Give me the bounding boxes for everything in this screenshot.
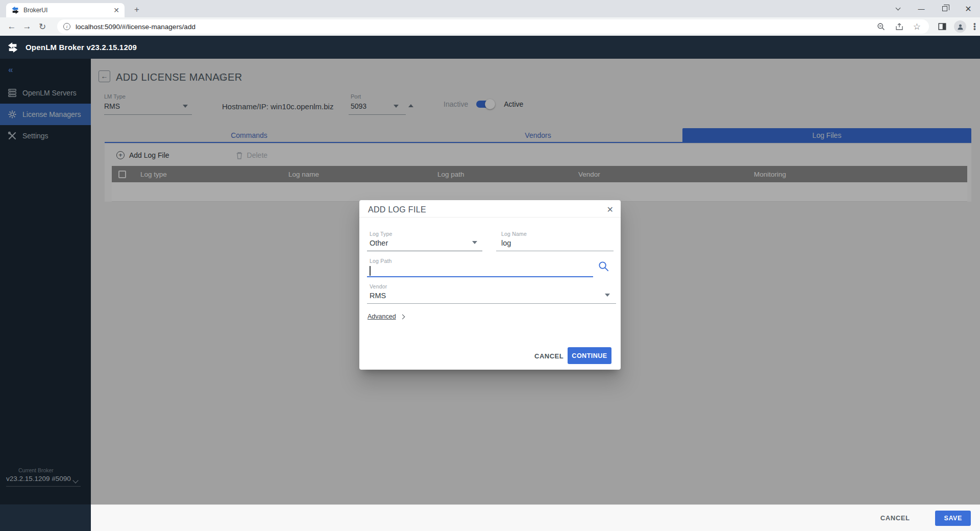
profile-avatar[interactable] — [954, 20, 966, 33]
window-menu-chevron-icon[interactable] — [886, 0, 910, 17]
chevron-right-icon — [400, 314, 405, 319]
page-save-button[interactable]: SAVE — [935, 511, 971, 526]
app-header: OpenLM Broker v23.2.15.1209 — [0, 36, 980, 59]
tab-close-icon[interactable]: ✕ — [113, 7, 119, 14]
log-name-label: Log Name — [496, 231, 614, 237]
log-name-field[interactable]: Log Name log — [496, 231, 614, 251]
browser-menu-icon[interactable]: ••• — [973, 23, 976, 31]
dialog-title: ADD LOG FILE — [368, 205, 426, 214]
log-type-value: Other — [367, 239, 482, 247]
vendor-label: Vendor — [367, 283, 616, 289]
window-close-button[interactable]: ✕ — [957, 0, 980, 17]
advanced-label: Advanced — [368, 313, 396, 320]
log-type-field[interactable]: Log Type Other — [367, 231, 482, 251]
vendor-value: RMS — [367, 292, 616, 300]
browser-tab[interactable]: BrokerUI ✕ — [6, 3, 125, 17]
zoom-out-icon[interactable] — [877, 22, 886, 31]
field-underline — [367, 303, 616, 304]
chevron-down-icon[interactable] — [605, 294, 610, 297]
page-action-bar: CANCEL SAVE — [91, 504, 980, 531]
divider — [359, 217, 621, 218]
log-path-label: Log Path — [367, 258, 593, 264]
tab-title: BrokerUI — [23, 7, 113, 14]
reload-icon[interactable]: ↻ — [35, 21, 50, 32]
window-controls: — ✕ — [886, 0, 980, 17]
site-info-icon[interactable]: i — [63, 23, 70, 30]
log-type-label: Log Type — [367, 231, 482, 237]
browser-tabstrip: BrokerUI ✕ + — ✕ — [0, 0, 980, 17]
back-icon[interactable]: ← — [4, 21, 19, 32]
url-text: localhost:5090/#/license-managers/add — [76, 23, 877, 31]
log-path-field[interactable]: Log Path — [367, 258, 593, 277]
field-underline — [496, 251, 614, 251]
person-icon — [957, 23, 964, 31]
chevron-down-icon[interactable] — [472, 241, 477, 244]
forward-icon[interactable]: → — [19, 21, 35, 32]
side-panel-icon[interactable] — [938, 22, 947, 31]
share-icon[interactable] — [895, 22, 904, 31]
openlm-logo-icon — [7, 42, 18, 53]
add-log-file-dialog: ADD LOG FILE ✕ Log Type Other Log Name l… — [359, 200, 621, 370]
advanced-link[interactable]: Advanced — [368, 313, 404, 320]
dialog-close-icon[interactable]: ✕ — [607, 205, 614, 214]
bookmark-star-icon[interactable]: ☆ — [913, 21, 921, 32]
vendor-field[interactable]: Vendor RMS — [367, 283, 616, 304]
search-icon[interactable] — [598, 260, 609, 272]
address-bar[interactable]: i localhost:5090/#/license-managers/add … — [57, 19, 929, 34]
page-cancel-button[interactable]: CANCEL — [880, 514, 910, 522]
field-underline — [367, 251, 482, 251]
toolbar-right: ••• — [938, 20, 976, 33]
field-underline-focused — [367, 276, 593, 277]
log-path-input[interactable] — [371, 266, 594, 276]
log-name-value: log — [496, 239, 614, 247]
screen: BrokerUI ✕ + — ✕ ← → ↻ i localhost:5090/… — [0, 0, 980, 531]
new-tab-button[interactable]: + — [131, 4, 143, 16]
app-title: OpenLM Broker v23.2.15.1209 — [26, 43, 137, 52]
dialog-continue-button[interactable]: CONTINUE — [568, 347, 611, 364]
window-minimize-button[interactable]: — — [910, 0, 933, 17]
browser-toolbar: ← → ↻ i localhost:5090/#/license-manager… — [0, 17, 980, 36]
brokerui-favicon-icon — [11, 6, 19, 14]
window-restore-button[interactable] — [933, 0, 957, 17]
dialog-cancel-button[interactable]: CANCEL — [534, 352, 564, 360]
omnibox-icons: ☆ — [877, 21, 921, 32]
